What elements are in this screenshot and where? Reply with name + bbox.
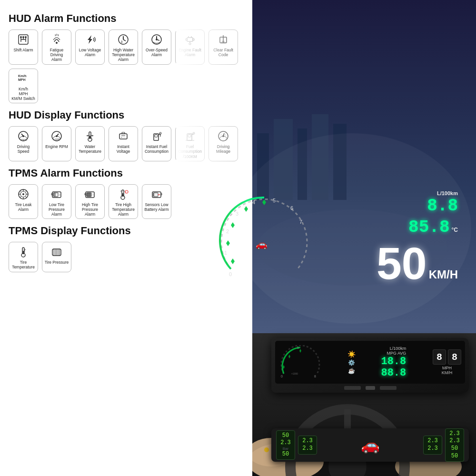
tire-leak-label: Tire Leak Alarm [11, 202, 36, 212]
device-btn-2[interactable] [380, 386, 397, 390]
svg-line-87 [25, 196, 27, 198]
tpms-fr-val: 2.3 [301, 437, 314, 445]
svg-point-35 [156, 39, 158, 40]
sensor-low-battery-icon [150, 188, 163, 201]
tpms-fl-bar2: 50 [279, 451, 292, 458]
svg-point-13 [264, 447, 269, 452]
tpms-rl-val2: 2.3 [426, 445, 439, 453]
tpms-fr-val2: 2.3 [301, 445, 314, 453]
tpms-rl-val: 2.3 [426, 437, 439, 445]
tire-leak-icon [17, 188, 30, 201]
svg-point-50 [22, 135, 24, 137]
engine-rpm-icon: ×1000 [50, 129, 63, 143]
svg-rect-92 [53, 193, 56, 197]
sensor-low-battery-label: Sensors LowBattery Alarm [144, 202, 169, 212]
svg-text:8: 8 [314, 375, 316, 378]
svg-text:1: 1 [224, 250, 227, 256]
high-tire-pressure-label: High TirePressure Alarm [78, 202, 102, 217]
svg-rect-98 [85, 193, 86, 195]
high-tire-pressure-item: ↑ High TirePressure Alarm [75, 184, 105, 219]
high-water-temp-label: High WaterTemperature Alarm [111, 48, 136, 62]
device-fuel-unit: L/100kmMPG AVG [387, 346, 406, 356]
tire-pressure-item: Tire Pressure [42, 242, 71, 272]
water-temp-icon [84, 129, 96, 143]
svg-text:+: + [121, 136, 122, 139]
tpms-rr-val2: 2.3 [448, 437, 461, 445]
tire-high-temp-label: Tire HighTemperature Alarm [111, 202, 136, 217]
km-switch-item: Km/h MPH Km/hMPHKM/M Switch [9, 69, 38, 104]
svg-marker-121 [262, 199, 266, 205]
svg-text:5: 5 [297, 346, 299, 349]
svg-rect-108 [161, 193, 162, 195]
svg-text:×1000: ×1000 [291, 372, 298, 375]
svg-text:×1000: ×1000 [53, 138, 60, 141]
svg-text:3: 3 [236, 211, 238, 217]
svg-line-86 [20, 191, 21, 192]
svg-marker-124 [226, 240, 230, 246]
temp-readout: 85.8 [408, 218, 449, 237]
svg-text:0: 0 [281, 375, 283, 378]
tpms-rr-bar2: 50 [448, 453, 461, 460]
km-switch-icon: Km/h MPH [17, 72, 30, 85]
instant-fuel-label: Instant FuelConsumption [145, 144, 169, 154]
svg-marker-123 [231, 222, 235, 228]
svg-text:6: 6 [290, 205, 293, 211]
svg-text:MPH: MPH [18, 78, 26, 81]
low-voltage-icon [84, 33, 96, 46]
svg-marker-136 [288, 355, 290, 358]
high-tire-pressure-icon: ↑ [84, 188, 96, 201]
tpms-rl-cell: 2.3 2.3 [423, 436, 442, 454]
svg-text:-: - [124, 136, 125, 139]
low-tire-pressure-label: Low TirePressure Alarm [44, 202, 69, 217]
rpm-gauge: 0 1 2 3 4 5 6 7 🚗 [217, 193, 312, 288]
svg-text:KM/H: KM/H [21, 139, 27, 141]
tpms-rr-val: 2.3 [448, 430, 461, 438]
svg-marker-125 [231, 258, 235, 264]
instant-fuel-icon [150, 129, 163, 143]
svg-text:2: 2 [226, 228, 229, 234]
tpms-fr-cell: 2.3 2.3 [298, 436, 317, 454]
over-speed-icon [150, 33, 163, 46]
instant-voltage-item: + - Instant Voltage [109, 126, 138, 161]
tire-temperature-label: TireTemperature [12, 260, 35, 269]
svg-rect-93 [51, 193, 52, 195]
device-speed-unit: MPHKM/H [442, 366, 453, 375]
tire-leak-item: Tire Leak Alarm [9, 184, 38, 219]
tpms-fl-val: 2.3 [279, 439, 292, 447]
device-btn-m[interactable] [366, 386, 375, 390]
tpms-rr-cell: 2.3 2.3 50 50 [445, 428, 464, 462]
svg-marker-28 [88, 35, 92, 44]
svg-rect-58 [89, 136, 90, 139]
svg-rect-112 [23, 251, 24, 254]
svg-text:5: 5 [273, 198, 276, 203]
device-gauge-svg: 0 5 8 ×1000 [279, 345, 322, 379]
fatigue-icon [50, 33, 63, 46]
engine-rpm-item: ×1000 Engine RPM [42, 126, 71, 161]
svg-text:🚗: 🚗 [256, 238, 268, 250]
svg-rect-107 [153, 193, 154, 197]
fatigue-driving-item: Fatigue DrivingAlarm [42, 30, 71, 65]
shift-alarm-label: Shift Alarm [13, 48, 33, 52]
fuel-unit-label: L/100km [377, 190, 458, 196]
low-tire-pressure-item: + Low TirePressure Alarm [42, 184, 71, 219]
device-btn-1[interactable] [344, 386, 361, 390]
low-voltage-item: Low VoltageAlarm [75, 30, 105, 65]
engine-rpm-label: Engine RPM [45, 144, 68, 149]
svg-point-81 [22, 193, 24, 195]
svg-rect-97 [87, 193, 91, 197]
driving-speed-icon: KM/H [17, 129, 30, 143]
svg-text:↑: ↑ [92, 193, 94, 196]
tire-temperature-item: TireTemperature [9, 242, 38, 272]
svg-text:!: ! [126, 190, 126, 193]
over-speed-label: Over-SpeedAlarm [146, 48, 168, 57]
fuel-readout: 8.8 [427, 196, 458, 216]
tpms-bottom-module: 50 2.3 Bar 50 2.3 2.3 🚗 2.3 2.3 2.3 2.3 … [271, 428, 469, 462]
svg-marker-122 [244, 206, 248, 212]
svg-point-54 [56, 135, 58, 137]
speed-unit-label: KM/H [429, 268, 458, 281]
driving-speed-label: Driving Speed [11, 144, 36, 154]
svg-text:4: 4 [252, 199, 255, 205]
tire-temperature-icon [17, 245, 30, 258]
device-fuel-display: 18.8 [381, 357, 406, 367]
speed-readout: 50 [377, 241, 427, 286]
